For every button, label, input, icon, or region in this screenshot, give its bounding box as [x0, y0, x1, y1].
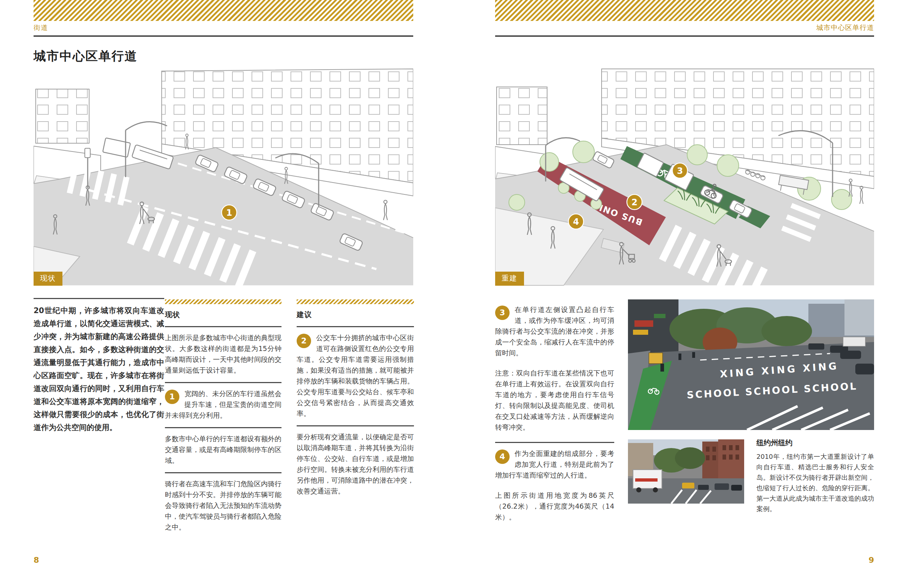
guide-spread: 街道 城市中心区单行道 城市中心区单行道 — [0, 0, 908, 588]
intro-column: 20世纪中期，许多城市将双向车道改造成单行道，以简化交通运营模式、减少冲突，并为… — [34, 298, 164, 434]
figure-tag-existing: 现状 — [34, 272, 63, 286]
svg-text:1: 1 — [226, 208, 232, 218]
recommendation-column: 建议 2公交车十分拥挤的城市中心区街道可在路侧设置红色的公交专用车道。公交专用车… — [297, 299, 414, 496]
traffic-signal — [85, 148, 90, 157]
intro-paragraph: 20世纪中期，许多城市将双向车道改造成单行道，以简化交通运营模式、减少冲突，并为… — [34, 304, 164, 434]
case-study-photo-street-view — [628, 439, 744, 504]
page-number-right: 9 — [495, 556, 874, 565]
running-header-left: 街道 — [34, 23, 48, 32]
dimensions-paragraph: 上图所示街道用地宽度为86英尺（26.2米），通行宽度为46英尺（14米）。 — [495, 490, 614, 522]
hatch-bar — [297, 299, 414, 304]
figure-existing-conditions: 1 现状 — [34, 69, 413, 286]
callout-marker-4: 4 — [568, 214, 584, 229]
page-title: 城市中心区单行道 — [34, 48, 137, 64]
redesign-column: 3在单行道左侧设置凸起自行车道，或作为停车缓冲区，均可消除骑行者与公交车流的潜在… — [495, 304, 614, 522]
running-header-right: 城市中心区单行道 — [495, 23, 874, 32]
svg-text:2: 2 — [631, 197, 638, 207]
striped-band-left — [34, 0, 413, 21]
redesign-item-4: 4作为全面重建的组成部分，要考虑加宽人行道，特别是此前为了增加行车道而缩窄过的人… — [495, 448, 614, 480]
hatch-bar — [165, 299, 282, 304]
vendor-cart — [649, 353, 663, 364]
figure-redesign: BUS ONLY — [495, 69, 874, 286]
recommendation-heading: 建议 — [297, 310, 414, 320]
existing-heading: 现状 — [165, 310, 282, 320]
item-3-badge: 3 — [495, 305, 510, 320]
figure-tag-redesign: 重建 — [495, 272, 524, 286]
existing-column: 现状 上图所示是多数城市中心街道的典型现状。大多数这样的街道都是为15分钟高峰期… — [165, 299, 282, 532]
redesign-illustration: BUS ONLY — [495, 69, 874, 286]
header-rule-right — [495, 35, 874, 37]
svg-text:4: 4 — [573, 217, 579, 227]
case-study-photo-first-avenue: XING XING XING SCHOOL SCHOOL SCHOOL — [628, 299, 874, 430]
item-1-badge: 1 — [165, 390, 179, 404]
recommendation-p2: 要分析现有交通流量，以便确定是否可以取消高峰期车道，并将其转换为沿街停车位、公交… — [297, 431, 414, 496]
callout-marker-2: 2 — [627, 194, 642, 210]
item-2-badge: 2 — [297, 334, 311, 348]
case-study-caption: 纽约州纽约 2010年，纽约市第一大道重新设计了单向自行车道、精选巴士服务和行人… — [757, 438, 874, 514]
case-study-text: 2010年，纽约市第一大道重新设计了单向自行车道、精选巴士服务和行人安全岛。新设… — [757, 451, 874, 514]
truck — [103, 138, 130, 157]
striped-band-right — [495, 0, 874, 21]
existing-conditions-illustration: 1 — [34, 69, 413, 286]
redesign-note: 注意：双向自行车道在某些情况下也可在单行道上有效运行。在设置双向自行车道的地方，… — [495, 368, 614, 432]
existing-item-1: 1宽阔的、未分区的车行道虽然会提升车速，但是宝贵的街道空间并未得到充分利用。 — [165, 388, 282, 421]
callout-marker-1: 1 — [222, 205, 237, 220]
existing-p1: 上图所示是多数城市中心街道的典型现状。大多数这样的街道都是为15分钟高峰期而设计… — [165, 332, 282, 376]
redesign-item-3: 3在单行道左侧设置凸起自行车道，或作为停车缓冲区，均可消除骑行者与公交车流的潜在… — [495, 304, 614, 358]
page-number-left: 8 — [34, 556, 39, 565]
taxi — [682, 483, 694, 488]
existing-p3: 骑行者在高速车流和车门危险区内骑行时感到十分不安。并排停放的车辆可能会导致骑行者… — [165, 478, 282, 532]
recommendation-item-2: 2公交车十分拥挤的城市中心区街道可在路侧设置红色的公交专用车道。公交专用车道需要… — [297, 332, 414, 419]
svg-text:3: 3 — [677, 166, 683, 176]
case-study-heading: 纽约州纽约 — [757, 438, 874, 448]
existing-p2: 多数市中心单行的行车道都设有额外的交通容量，或是有高峰期限制停车的区域。 — [165, 433, 282, 466]
callout-marker-3: 3 — [672, 163, 687, 178]
header-rule-left — [34, 35, 413, 37]
item-4-badge: 4 — [495, 450, 510, 464]
